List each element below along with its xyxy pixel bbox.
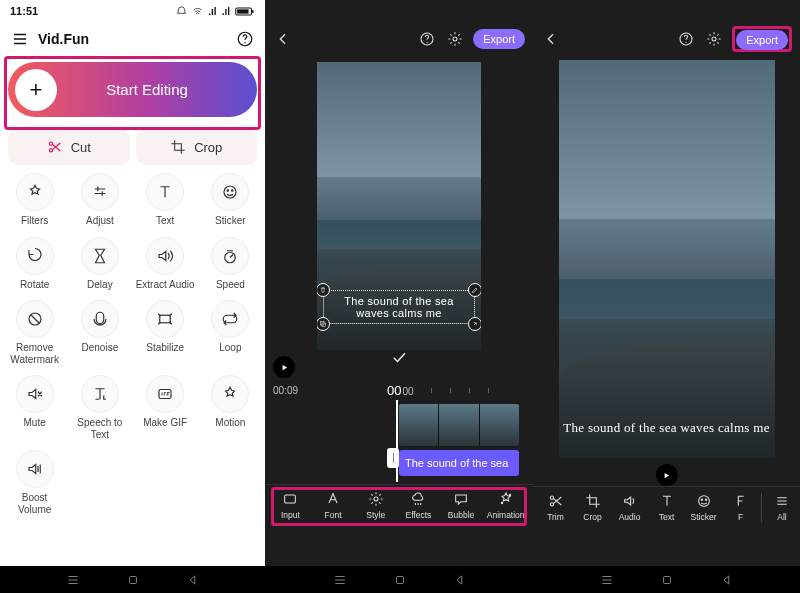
tool-stabilize[interactable]: Stabilize	[133, 300, 198, 365]
tool-denoise[interactable]: Denoise	[67, 300, 132, 365]
back-icon[interactable]	[186, 573, 200, 587]
bubble-icon	[453, 491, 469, 507]
help-button[interactable]	[417, 29, 437, 49]
delete-handle[interactable]	[317, 283, 330, 297]
remove-watermark-icon	[16, 300, 54, 338]
back-button[interactable]	[541, 29, 561, 49]
svg-point-28	[698, 496, 709, 507]
text-tool-style[interactable]: Style	[359, 491, 393, 520]
recents-icon[interactable]	[600, 573, 614, 587]
tool-sticker[interactable]: Sticker	[198, 173, 263, 227]
text-tool-animation[interactable]: Animation	[487, 491, 525, 520]
help-button[interactable]	[676, 29, 696, 49]
tool-label: Stabilize	[146, 342, 184, 354]
export-button[interactable]: Export	[473, 29, 525, 49]
tool-boost-volume[interactable]: Boost Volume	[2, 450, 67, 515]
svg-rect-2	[252, 10, 253, 13]
editor-header: Export	[265, 22, 533, 56]
export-button[interactable]: Export	[736, 30, 788, 50]
settings-button[interactable]	[445, 29, 465, 49]
tool-extract-audio[interactable]: Extract Audio	[133, 237, 198, 291]
resize-handle[interactable]	[468, 317, 481, 331]
play-button[interactable]	[273, 356, 295, 378]
main-tool-trim[interactable]: Trim	[539, 493, 573, 522]
video-clip[interactable]	[399, 404, 519, 446]
back-button[interactable]	[273, 29, 293, 49]
cut-button[interactable]: Cut	[8, 129, 130, 165]
svg-rect-19	[285, 495, 296, 503]
main-tool-f[interactable]: F	[724, 493, 758, 522]
tool-label: Make GIF	[143, 417, 187, 429]
svg-point-29	[701, 499, 702, 500]
main-tool-all[interactable]: All	[761, 493, 795, 522]
caption-selected[interactable]: The sound of the sea waves calms me	[323, 290, 475, 324]
tool-grid: FiltersAdjustTextStickerRotateDelayExtra…	[0, 165, 265, 515]
tool-label: Text	[156, 215, 174, 227]
status-bar	[533, 0, 800, 22]
timeline[interactable]: 00:09 0000 The sound of the sea	[265, 382, 533, 484]
tool-adjust[interactable]: Adjust	[67, 173, 132, 227]
loop-icon	[211, 300, 249, 338]
wifi-icon	[192, 6, 203, 17]
speech-to-text-icon	[81, 375, 119, 413]
edit-handle[interactable]	[468, 283, 481, 297]
start-editing-label: Start Editing	[57, 81, 257, 98]
svg-point-7	[224, 186, 236, 198]
mute-icon	[16, 375, 54, 413]
input-icon	[282, 491, 298, 507]
back-icon[interactable]	[720, 573, 734, 587]
status-time: 11:51	[10, 5, 38, 17]
text-tool-font[interactable]: Font	[316, 491, 350, 520]
time-start: 00:09	[273, 385, 298, 396]
crop-button[interactable]: Crop	[136, 129, 258, 165]
tool-remove-watermark[interactable]: Remove Watermark	[2, 300, 67, 365]
main-tool-text[interactable]: Text	[650, 493, 684, 522]
svg-rect-32	[397, 576, 404, 583]
text-clip[interactable]: The sound of the sea	[399, 450, 519, 476]
recents-icon[interactable]	[333, 573, 347, 587]
tool-make-gif[interactable]: Make GIF	[133, 375, 198, 440]
home-icon[interactable]	[660, 573, 674, 587]
svg-point-21	[509, 494, 510, 495]
text-tool-effects[interactable]: Effects	[401, 491, 435, 520]
tool-delay[interactable]: Delay	[67, 237, 132, 291]
help-button[interactable]	[235, 29, 255, 49]
tool-label: Motion	[215, 417, 245, 429]
video-preview[interactable]: The sound of the sea waves calms me	[559, 60, 775, 458]
plus-icon: +	[15, 69, 57, 111]
main-tool-crop[interactable]: Crop	[576, 493, 610, 522]
back-icon[interactable]	[453, 573, 467, 587]
text-tool-bubble[interactable]: Bubble	[444, 491, 478, 520]
text-tool-input[interactable]: Input	[273, 491, 307, 520]
svg-point-24	[686, 42, 687, 43]
play-button[interactable]	[656, 464, 678, 486]
tool-filters[interactable]: Filters	[2, 173, 67, 227]
confirm-button[interactable]	[390, 348, 408, 370]
home-icon[interactable]	[393, 573, 407, 587]
tool-loop[interactable]: Loop	[198, 300, 263, 365]
main-tool-sticker[interactable]: Sticker	[687, 493, 721, 522]
tool-label: Filters	[21, 215, 48, 227]
app-name: Vid.Fun	[38, 31, 89, 47]
svg-point-22	[501, 502, 502, 503]
video-preview[interactable]: The sound of the sea waves calms me	[317, 62, 481, 350]
tool-rotate[interactable]: Rotate	[2, 237, 67, 291]
tool-label: Loop	[219, 342, 241, 354]
rotate-icon	[16, 237, 54, 275]
settings-button[interactable]	[704, 29, 724, 49]
tool-speed[interactable]: Speed	[198, 237, 263, 291]
tool-speech-to-text[interactable]: Speech to Text	[67, 375, 132, 440]
filters-icon	[16, 173, 54, 211]
tool-mute[interactable]: Mute	[2, 375, 67, 440]
crop-label: Crop	[194, 140, 222, 155]
start-editing-button[interactable]: + Start Editing	[8, 62, 257, 117]
tool-label: Remove Watermark	[5, 342, 65, 365]
home-icon[interactable]	[126, 573, 140, 587]
recents-icon[interactable]	[66, 573, 80, 587]
menu-button[interactable]	[10, 29, 30, 49]
playhead[interactable]	[396, 400, 398, 482]
main-tool-audio[interactable]: Audio	[613, 493, 647, 522]
svg-rect-31	[130, 576, 137, 583]
tool-text[interactable]: Text	[133, 173, 198, 227]
tool-motion[interactable]: Motion	[198, 375, 263, 440]
